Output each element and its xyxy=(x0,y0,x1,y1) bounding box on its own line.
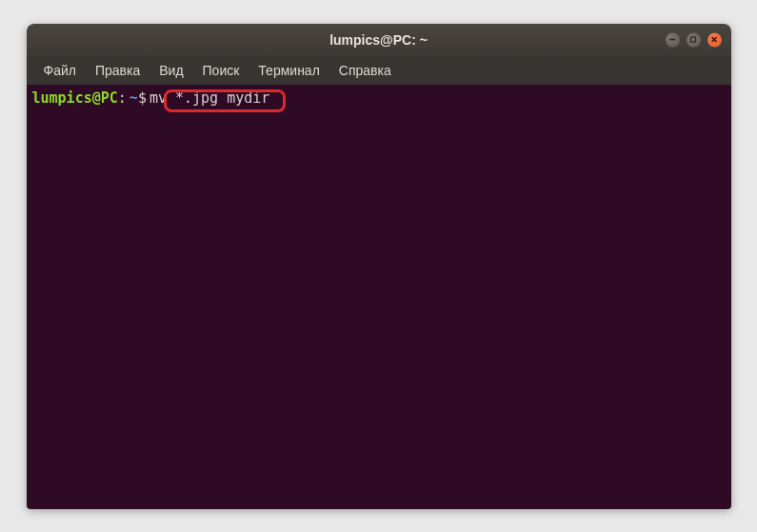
menu-terminal[interactable]: Терминал xyxy=(250,60,327,81)
terminal-body[interactable]: lumpics@PC:~$ mv *.jpg mydir xyxy=(27,85,731,509)
svg-rect-1 xyxy=(691,37,696,42)
title-bar[interactable]: lumpics@PC: ~ xyxy=(27,24,731,56)
menu-search[interactable]: Поиск xyxy=(195,60,248,81)
menu-help[interactable]: Справка xyxy=(331,60,399,81)
maximize-icon xyxy=(689,36,697,44)
prompt-colon: : xyxy=(118,89,127,108)
window-controls xyxy=(666,32,722,47)
prompt-user-host: lumpics@PC xyxy=(32,89,118,108)
prompt-path: ~ xyxy=(129,89,138,108)
close-icon xyxy=(710,36,718,44)
prompt-symbol: $ xyxy=(138,89,147,108)
terminal-window: lumpics@PC: ~ Файл Правка Вид Поиск Терм… xyxy=(27,24,731,509)
menu-edit[interactable]: Правка xyxy=(88,60,148,81)
minimize-button[interactable] xyxy=(666,32,680,47)
menu-file[interactable]: Файл xyxy=(36,60,84,81)
menu-view[interactable]: Вид xyxy=(151,60,190,81)
command-text: mv *.jpg mydir xyxy=(149,89,269,108)
window-title: lumpics@PC: ~ xyxy=(329,32,428,48)
maximize-button[interactable] xyxy=(687,32,701,47)
menu-bar: Файл Правка Вид Поиск Терминал Справка xyxy=(27,56,731,85)
prompt-line: lumpics@PC:~$ mv *.jpg mydir xyxy=(32,89,726,108)
close-button[interactable] xyxy=(707,32,722,47)
minimize-icon xyxy=(668,36,676,44)
